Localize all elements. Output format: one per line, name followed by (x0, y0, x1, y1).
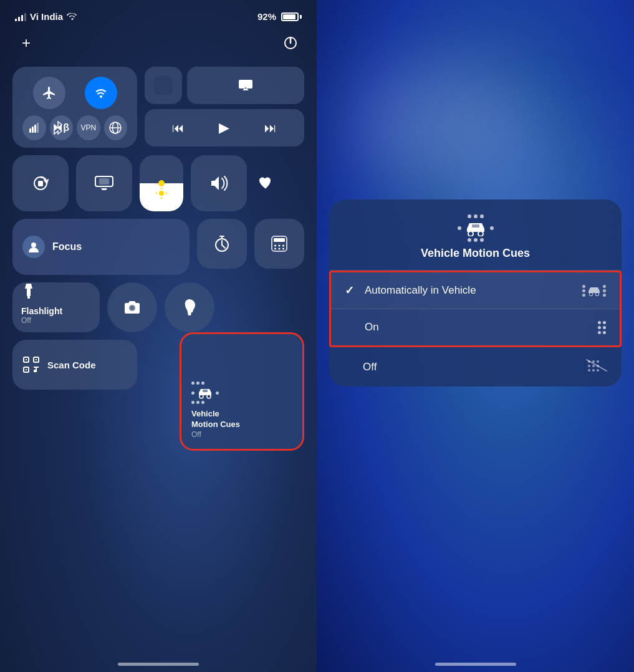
album-art (145, 67, 182, 104)
screen-mirror-button[interactable] (76, 155, 132, 211)
svg-rect-3 (32, 127, 34, 133)
svg-point-24 (279, 245, 281, 247)
svg-point-42 (199, 395, 203, 398)
svg-point-26 (274, 248, 276, 250)
camera-ear-group (107, 282, 214, 332)
timer-button[interactable] (197, 219, 247, 269)
status-right: 92% (257, 11, 302, 22)
svg-rect-11 (38, 181, 43, 186)
svg-point-28 (282, 248, 284, 250)
left-panel: Vi India 92% + (0, 0, 317, 672)
svg-point-25 (282, 245, 284, 247)
svg-point-49 (596, 293, 599, 296)
flashlight-button[interactable]: Flashlight Off (12, 282, 100, 332)
vmc-on-check-empty: ✓ (345, 320, 357, 334)
svg-rect-13 (99, 178, 109, 185)
svg-point-46 (478, 231, 483, 236)
svg-rect-38 (26, 369, 27, 370)
vmc-option-off-left: ✓ Off (343, 360, 377, 374)
vpn-button[interactable]: VPN (77, 115, 100, 140)
focus-avatar (22, 236, 45, 258)
vehicle-motion-cues-button[interactable]: VehicleMotion Cues Off (180, 332, 304, 451)
lock-rotation-button[interactable] (12, 155, 69, 211)
svg-rect-29 (27, 289, 31, 296)
vmc-auto-label: Automatically in Vehicle (365, 284, 476, 297)
vmc-off-icon (585, 358, 608, 375)
svg-rect-4 (34, 125, 36, 133)
control-center-grid: β VPN (0, 59, 317, 458)
vmc-option-auto[interactable]: ✓ Automatically in Vehicle (331, 272, 620, 309)
vmc-off-check-empty: ✓ (343, 360, 355, 374)
svg-point-52 (597, 360, 599, 363)
svg-rect-47 (472, 224, 479, 228)
vmc-highlighted-options: ✓ Automatically in Vehicle (329, 271, 622, 347)
vmc-on-label: On (365, 321, 379, 334)
status-left: Vi India (15, 11, 78, 22)
bluetooth-button[interactable]: β (50, 115, 74, 140)
connectivity-block: β VPN (12, 67, 137, 148)
svg-rect-41 (34, 370, 36, 372)
media-block: ⏮ ▶ ⏭ (145, 67, 304, 148)
vmc-on-icon (598, 321, 606, 334)
add-button[interactable]: + (15, 32, 37, 54)
svg-rect-30 (27, 296, 30, 299)
svg-point-45 (468, 231, 473, 236)
vmc-auto-icon (582, 285, 606, 297)
flashlight-label: Flashlight (21, 306, 62, 316)
favorites-button[interactable] (254, 155, 277, 211)
play-button[interactable]: ▶ (219, 120, 229, 136)
power-button[interactable] (279, 32, 302, 54)
ear-button[interactable] (165, 282, 214, 332)
volume-button[interactable] (191, 155, 247, 211)
vmc-car-icon (458, 214, 494, 242)
media-controls: ⏮ ▶ ⏭ (145, 109, 304, 146)
svg-rect-44 (203, 390, 208, 392)
right-home-indicator (435, 663, 516, 666)
timer-calc-group (197, 219, 304, 275)
vmc-off-label: Off (363, 361, 377, 373)
forward-button[interactable]: ⏭ (264, 121, 277, 135)
svg-point-57 (592, 369, 595, 372)
svg-rect-37 (36, 359, 37, 360)
brightness-slider[interactable] (140, 155, 183, 211)
signal-icon (15, 12, 26, 21)
vmc-option-auto-left: ✓ Automatically in Vehicle (345, 284, 476, 297)
row-focus: Focus (12, 219, 304, 275)
focus-button[interactable]: Focus (12, 219, 190, 275)
battery-icon (281, 12, 302, 21)
vehicle-icon (191, 382, 219, 404)
svg-point-14 (159, 191, 164, 196)
wifi-icon (67, 11, 78, 22)
row-bottom: Scan Code (12, 340, 304, 451)
airplay-button[interactable] (187, 67, 304, 104)
globe-button[interactable] (104, 115, 128, 140)
svg-point-58 (597, 369, 599, 372)
wifi-button[interactable] (85, 77, 117, 109)
vmc-option-off[interactable]: ✓ Off (329, 347, 622, 386)
calculator-button[interactable] (254, 219, 304, 269)
svg-point-53 (588, 365, 590, 367)
scan-code-button[interactable]: Scan Code (12, 340, 137, 390)
carrier-label: Vi India (30, 11, 63, 22)
vehicle-motion-cues-popup: Vehicle Motion Cues ✓ Automatically in V… (329, 199, 622, 386)
svg-point-27 (279, 248, 281, 250)
cellular-button[interactable] (22, 115, 46, 140)
row-flashlight: Flashlight Off (12, 282, 304, 332)
focus-label: Focus (52, 241, 82, 252)
vehicle-sub: Off (191, 430, 201, 439)
top-bar: + (0, 22, 317, 59)
battery-pct: 92% (257, 11, 276, 22)
svg-point-43 (207, 395, 211, 398)
svg-point-23 (274, 245, 276, 247)
camera-button[interactable] (107, 282, 157, 332)
row-connectivity-media: β VPN (12, 67, 304, 148)
svg-rect-9 (154, 76, 173, 95)
svg-point-56 (588, 369, 590, 372)
svg-point-48 (590, 293, 593, 296)
airplane-button[interactable] (33, 77, 65, 109)
rewind-button[interactable]: ⏮ (172, 121, 185, 135)
vmc-option-on[interactable]: ✓ On (331, 309, 620, 345)
svg-rect-5 (37, 123, 39, 133)
svg-point-19 (31, 242, 36, 247)
svg-rect-22 (274, 238, 285, 242)
